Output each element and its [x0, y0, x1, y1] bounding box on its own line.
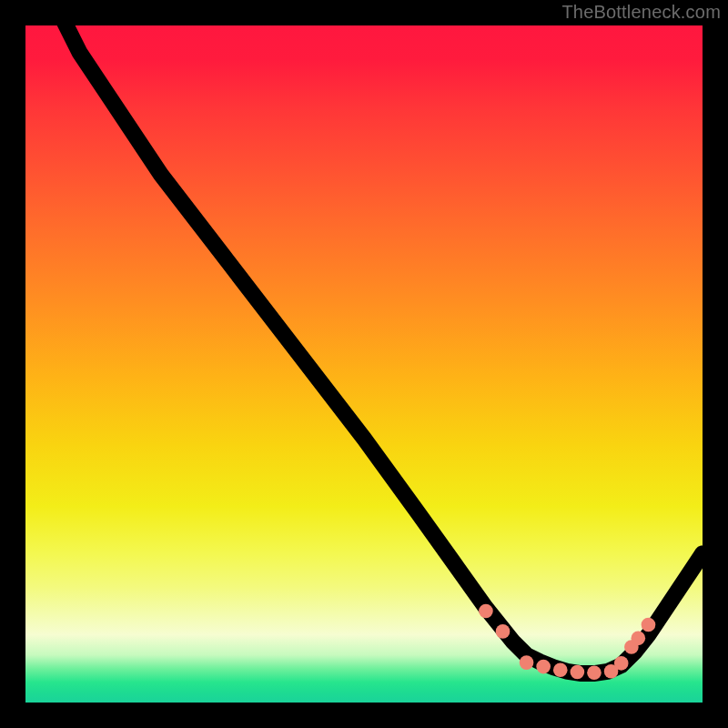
marker-dot: [614, 656, 629, 671]
marker-dot: [632, 632, 646, 646]
marker-dot: [496, 624, 511, 639]
chart-svg: [25, 25, 703, 703]
marker-dot: [642, 618, 656, 632]
marker-dot: [536, 660, 551, 674]
marker-dot: [587, 665, 602, 680]
marker-dot: [520, 655, 534, 670]
chart-frame: TheBottleneck.com: [0, 0, 728, 728]
marker-dot: [479, 604, 493, 619]
marker-dot: [571, 665, 585, 680]
marker-dot: [553, 662, 568, 677]
plot-area: [25, 25, 703, 703]
curve-line: [59, 25, 703, 673]
watermark-text: TheBottleneck.com: [561, 2, 721, 23]
